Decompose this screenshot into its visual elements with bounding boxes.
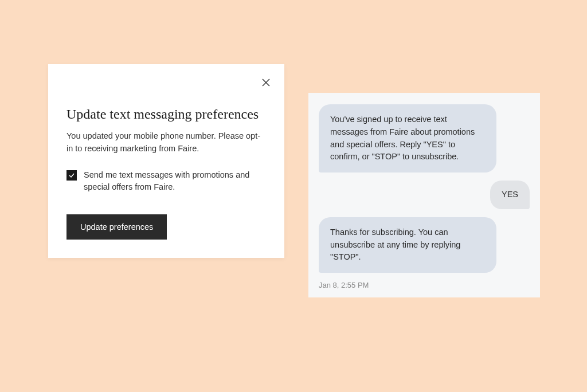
close-button[interactable]: [259, 76, 273, 89]
chat-panel: You've signed up to receive text message…: [308, 93, 540, 297]
chat-message-incoming: You've signed up to receive text message…: [319, 104, 496, 173]
check-icon: [68, 172, 75, 179]
checkbox-label: Send me text messages with promotions an…: [84, 169, 266, 194]
close-icon: [261, 77, 271, 88]
opt-in-checkbox[interactable]: [66, 170, 77, 181]
chat-message-incoming: Thanks for subscribing. You can unsubscr…: [319, 217, 496, 273]
checkbox-row: Send me text messages with promotions an…: [66, 169, 266, 194]
update-preferences-button[interactable]: Update preferences: [66, 214, 167, 240]
modal-title: Update text messaging preferences: [66, 105, 266, 123]
preferences-modal: Update text messaging preferences You up…: [48, 64, 284, 258]
chat-timestamp: Jan 8, 2:55 PM: [319, 281, 530, 289]
chat-message-outgoing: YES: [490, 181, 530, 209]
modal-description: You updated your mobile phone number. Pl…: [66, 130, 266, 155]
